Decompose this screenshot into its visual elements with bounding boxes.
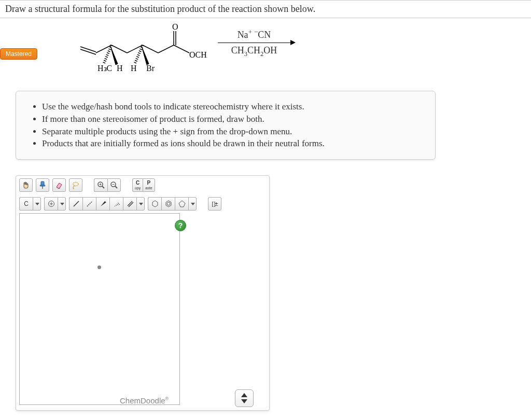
copy-button[interactable]: C opy (132, 178, 143, 192)
svg-line-39 (118, 203, 120, 205)
svg-line-37 (116, 205, 117, 206)
mastered-badge: Mastered (0, 48, 37, 60)
hand-tool-button[interactable] (19, 178, 33, 192)
svg-text:H: H (117, 64, 123, 73)
svg-line-10 (104, 45, 111, 64)
reaction-arrow (218, 43, 290, 43)
dashed-bond-button[interactable] (82, 197, 96, 211)
instruction-item: Separate multiple products using the + s… (42, 125, 424, 138)
lasso-tool-button[interactable] (69, 178, 82, 192)
svg-line-5 (143, 45, 158, 53)
reagent-top: Na+ −CN (218, 29, 290, 40)
svg-line-34 (87, 201, 92, 206)
paste-label: P (147, 180, 151, 186)
svg-line-33 (74, 201, 79, 206)
svg-line-24 (102, 186, 104, 188)
charge-button[interactable] (44, 197, 58, 211)
pushpin-tool-button[interactable] (36, 178, 49, 192)
svg-line-1 (80, 49, 96, 54)
hexagon-ring-button[interactable] (148, 197, 161, 211)
svg-line-9 (174, 45, 189, 53)
brackets-button[interactable]: [ ]± (208, 197, 221, 211)
hash-bond-button[interactable] (109, 197, 123, 211)
zoom-out-button[interactable] (107, 178, 121, 192)
svg-text:H₃C: H₃C (97, 64, 112, 73)
svg-line-38 (117, 204, 118, 205)
stepper-down-icon[interactable] (241, 399, 247, 403)
instruction-item: Products that are initially formed as io… (42, 137, 424, 150)
svg-rect-21 (40, 185, 45, 186)
svg-text:OCH₃: OCH₃ (189, 50, 207, 59)
pentagon-ring-button[interactable] (175, 197, 188, 211)
double-bond-button[interactable] (123, 197, 136, 211)
charge-dropdown[interactable] (58, 197, 66, 211)
svg-line-28 (115, 186, 117, 188)
svg-text:H: H (131, 64, 137, 73)
toolbar-row-1: C opy P aste (16, 176, 269, 194)
stepper-up-icon[interactable] (241, 393, 247, 397)
reagent-arrow-block: Na+ −CN CH3CH2OH (218, 29, 290, 58)
structure-stepper[interactable] (235, 389, 254, 407)
element-picker-dropdown[interactable] (33, 197, 41, 211)
copy-label: C (136, 180, 139, 186)
svg-line-36 (115, 206, 115, 206)
svg-point-44 (167, 202, 170, 205)
question-text: Draw a structural formula for the substi… (5, 4, 315, 14)
instruction-item: If more than one stereoisomer of product… (42, 113, 424, 125)
wedge-bond-button[interactable] (96, 197, 109, 211)
help-button[interactable]: ? (175, 220, 186, 231)
benzene-ring-button[interactable] (161, 197, 175, 211)
reagent-bottom: CH3CH2OH (218, 45, 290, 58)
svg-marker-35 (101, 201, 106, 206)
canvas-starting-atom[interactable] (97, 265, 101, 269)
svg-marker-13 (142, 46, 149, 65)
reactant-structure: H₃C H H Br O OCH₃ (78, 23, 207, 80)
svg-text:O: O (172, 23, 178, 31)
copy-sublabel: opy (135, 186, 141, 190)
svg-line-3 (111, 45, 127, 53)
instruction-item: Use the wedge/hash bond tools to indicat… (42, 101, 424, 113)
svg-marker-11 (110, 46, 118, 65)
bond-dropdown[interactable] (136, 197, 145, 211)
svg-line-6 (158, 45, 174, 53)
instruction-list: Use the wedge/hash bond tools to indicat… (27, 101, 424, 150)
paste-sublabel: aste (145, 186, 152, 190)
eraser-tool-button[interactable] (52, 178, 66, 192)
chemdoodle-brand: ChemDoodle® (120, 396, 169, 405)
ring-dropdown[interactable] (188, 197, 197, 211)
single-bond-button[interactable] (69, 197, 82, 211)
drawing-canvas[interactable] (19, 213, 180, 405)
instruction-box: Use the wedge/hash bond tools to indicat… (16, 91, 436, 160)
svg-line-0 (80, 47, 96, 52)
reaction-figure: Mastered H₃C H H (0, 23, 531, 80)
svg-text:Br: Br (146, 64, 155, 73)
question-header: Draw a structural formula for the substi… (0, 0, 531, 18)
paste-button[interactable]: P aste (143, 178, 155, 192)
svg-marker-42 (152, 201, 158, 207)
toolbar-row-2: C (16, 194, 269, 213)
svg-point-22 (73, 183, 78, 186)
svg-marker-45 (179, 201, 185, 207)
svg-line-12 (135, 45, 143, 64)
registered-mark: ® (165, 396, 169, 401)
element-picker-button[interactable]: C (19, 197, 33, 211)
zoom-in-button[interactable] (94, 178, 107, 192)
chemdoodle-editor: C opy P aste C (16, 175, 270, 411)
